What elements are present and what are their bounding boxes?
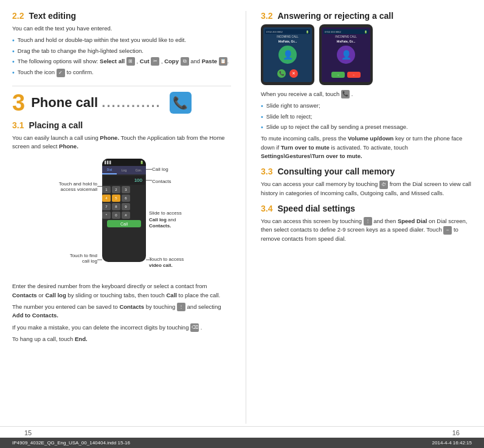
mini-phone-2: 0702 203 9962 🔋 INCOMING CALL HisFate, G… xyxy=(319,24,373,85)
key-1: 1 xyxy=(102,186,111,193)
paste-icon: 📋 xyxy=(219,57,227,66)
column-divider xyxy=(246,11,246,424)
tab-contacts: Con. xyxy=(131,166,146,174)
phone-icon: 📞 xyxy=(170,92,192,114)
menu-icon-2: ⋮ xyxy=(364,217,372,226)
footer-right-text: 2014-4-4 16:42:15 xyxy=(432,440,472,446)
key-7: 7 xyxy=(102,203,111,210)
bullet-text-r2: Slide left to reject; xyxy=(266,112,313,120)
mini-answer-btn-1[interactable]: 📞 xyxy=(277,69,286,78)
video-call-label: Touch to access video call. xyxy=(149,257,188,269)
mini-battery-1: 🔋 xyxy=(306,30,309,33)
bullet-r-3: • Slide up to reject the call by sending… xyxy=(261,123,472,131)
phone-number-display: 100 xyxy=(103,176,145,185)
contacts-label: Contacts xyxy=(152,179,188,184)
section-3-3-header: 3.3 Consulting your call memory xyxy=(261,167,472,176)
bullet-dot-2: • xyxy=(12,47,15,55)
bullet-text-r3: Slide up to reject the call by sending a… xyxy=(266,123,408,131)
bullet-text-2: Drag the tab to change the high-lighted … xyxy=(18,47,143,55)
mini-incoming-call-1: INCOMING CALL xyxy=(277,35,299,38)
mini-call-buttons-1: 📞 ✕ xyxy=(277,69,298,78)
section-3-2-title: Answering or rejecting a call xyxy=(277,11,393,21)
arrow-video xyxy=(146,260,152,260)
mini-status-bar-2: 0702 203 9962 🔋 xyxy=(323,29,368,34)
clock-icon: ⏱ xyxy=(379,181,388,189)
key-6: 6 xyxy=(122,195,130,202)
mini-reject-btn-1[interactable]: ✕ xyxy=(289,69,298,78)
section-3-2-mute-para: To mute incoming calls, press the Volume… xyxy=(261,134,472,160)
confirm-icon: ✓ xyxy=(57,69,65,77)
mini-phone-screen-2: 0702 203 9962 🔋 INCOMING CALL HisFate, G… xyxy=(322,27,370,82)
section-3-title: Phone call ............ xyxy=(31,95,161,111)
key-4: 4 xyxy=(102,195,111,202)
phone-body: ▋▋▋ 🔋 Dial Log Con. 100 1 xyxy=(102,159,146,262)
phone-diagram-container: Touch and hold toaccess voicemail Touch … xyxy=(12,156,231,277)
section-3-4-para: You can access this screen by touching ⋮… xyxy=(261,217,472,243)
footer-left-text: IP4909_4032E_QG_Eng_USA_00_140404.indd 1… xyxy=(12,440,130,446)
section-3-2-intro: When you receive a call, touch 📞 . xyxy=(261,90,472,98)
section-3-2-number: 3.2 xyxy=(261,11,272,21)
bullet-dot-1: • xyxy=(12,36,15,44)
bullet-dot-r2: • xyxy=(261,113,263,120)
mini-slide-answer[interactable]: → xyxy=(331,72,345,78)
remove-icon: − xyxy=(443,226,452,235)
footer-bar: IP4909_4032E_QG_Eng_USA_00_140404.indd 1… xyxy=(0,438,484,448)
section-2-2-header: 2.2 Text editing xyxy=(12,11,231,21)
page-footer: 15 16 xyxy=(0,426,484,438)
section-3-1-header: 3.1 Placing a call xyxy=(12,120,231,130)
mini-caller-name-2: HisFate, Gr... xyxy=(337,40,356,43)
delete-icon: ⌫ xyxy=(190,323,199,332)
bullet-dot-3: • xyxy=(12,58,15,65)
phone-status-bar: ▋▋▋ 🔋 xyxy=(102,159,146,166)
phone-tabs: Dial Log Con. xyxy=(102,166,146,174)
section-3-1-intro: You can easily launch a call using Phone… xyxy=(12,134,231,151)
bullet-dot-r1: • xyxy=(261,102,263,109)
receive-call-icon: 📞 xyxy=(341,90,350,98)
section-2-2-number: 2.2 xyxy=(12,11,24,21)
section-3-1-number: 3.1 xyxy=(12,120,24,130)
phone-keypad: 1 2 3 4 5 6 7 8 9 * 0 # xyxy=(102,186,146,219)
arrow-voicemail xyxy=(97,186,102,187)
para-3: If you make a mistake, you can delete th… xyxy=(12,323,231,332)
section-3-4-number: 3.4 xyxy=(261,204,272,213)
bullet-text-4: Touch the icon ✓ to confirm. xyxy=(18,68,94,77)
copy-icon: ⧉ xyxy=(181,57,189,66)
select-all-icon: ⊞ xyxy=(126,57,135,66)
para-1: Enter the desired number from the keyboa… xyxy=(12,282,231,300)
mini-call-buttons-2: → ← xyxy=(331,72,361,78)
mini-caller-name-1: HisFate, Gr... xyxy=(278,40,297,43)
left-column: 2.2 Text editing You can edit the text y… xyxy=(12,11,231,424)
mini-slide-reject[interactable]: ← xyxy=(347,72,361,78)
voicemail-label: Touch and hold toaccess voicemail xyxy=(55,181,97,192)
call-log-label: Call log xyxy=(152,167,188,172)
section-3-header: 3 Phone call ............ 📞 xyxy=(12,86,231,114)
key-3: 3 xyxy=(122,186,130,193)
key-2: 2 xyxy=(112,186,120,193)
section-3-3-para: You can access your call memory by touch… xyxy=(261,180,472,198)
section-3-3-title: Consulting your call memory xyxy=(277,167,395,176)
key-9: 9 xyxy=(122,203,130,210)
bullet-text-3: The following options will show: Select … xyxy=(18,57,229,66)
section-3-4-title: Speed dial settings xyxy=(277,204,355,213)
slide-label: Slide to access Call log and Contacts. xyxy=(149,210,188,229)
mini-phone-1: 0702 203 9962 🔋 INCOMING CALL HisFate, G… xyxy=(261,24,314,85)
bullet-r-1: • Slide right to answer; xyxy=(261,102,472,109)
phone-status-left: ▋▋▋ xyxy=(105,160,112,164)
section-3-number: 3 xyxy=(12,91,25,114)
find-call-log-label: Touch to findcall log xyxy=(55,253,97,264)
key-star: * xyxy=(102,212,111,219)
bullet-text-1: Touch and hold or double-tap within the … xyxy=(18,36,186,44)
page-number-left: 15 xyxy=(24,429,32,436)
mini-battery-2: 🔋 xyxy=(364,30,367,33)
page-container: 2.2 Text editing You can edit the text y… xyxy=(0,0,484,448)
mini-phone-number-1: 0702 203 9962 xyxy=(266,30,283,33)
section-3-dots: ............ xyxy=(102,95,161,110)
call-button[interactable]: Call xyxy=(107,220,141,227)
mini-incoming-call-2: INCOMING CALL xyxy=(335,35,357,38)
phone-diagram-wrapper: Touch and hold toaccess voicemail Touch … xyxy=(55,156,188,277)
bullet-3: • The following options will show: Selec… xyxy=(12,57,231,66)
bullet-2: • Drag the tab to change the high-lighte… xyxy=(12,47,231,55)
bullet-r-2: • Slide left to reject; xyxy=(261,112,472,120)
phone-status-right: 🔋 xyxy=(140,160,143,164)
right-column: 3.2 Answering or rejecting a call 0702 2… xyxy=(261,11,472,424)
